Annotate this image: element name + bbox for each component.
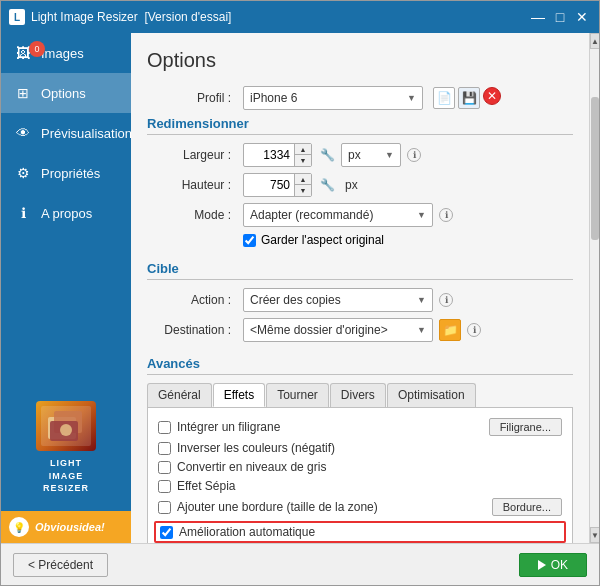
action-dropdown[interactable]: Créer des copies ▼ bbox=[243, 288, 433, 312]
scroll-down-button[interactable]: ▼ bbox=[590, 527, 599, 543]
tab-rotate[interactable]: Tourner bbox=[266, 383, 329, 407]
width-row: Largeur : ▲ ▼ 🔧 px ▼ bbox=[147, 143, 573, 167]
tab-general[interactable]: Général bbox=[147, 383, 212, 407]
title-bar: L Light Image Resizer [Version d'essai] … bbox=[1, 1, 599, 33]
sepia-label: Effet Sépia bbox=[177, 479, 562, 493]
mode-dropdown[interactable]: Adapter (recommandé) ▼ bbox=[243, 203, 433, 227]
profile-dropdown[interactable]: iPhone 6 ▼ bbox=[243, 86, 423, 110]
svg-rect-1 bbox=[54, 411, 82, 433]
logo-image bbox=[36, 401, 96, 451]
effect-watermark: Intégrer un filigrane Filigrane... bbox=[158, 418, 562, 436]
height-input[interactable] bbox=[244, 176, 294, 194]
minimize-button[interactable]: — bbox=[529, 8, 547, 26]
width-spin-down[interactable]: ▼ bbox=[295, 155, 311, 166]
dest-dropdown[interactable]: <Même dossier d'origine> ▼ bbox=[243, 318, 433, 342]
width-spinners: ▲ ▼ bbox=[294, 144, 311, 166]
sepia-checkbox[interactable] bbox=[158, 480, 171, 493]
border-checkbox[interactable] bbox=[158, 501, 171, 514]
action-value: Créer des copies bbox=[250, 293, 413, 307]
invert-checkbox[interactable] bbox=[158, 442, 171, 455]
height-spin-up[interactable]: ▲ bbox=[295, 174, 311, 185]
content-area: Options Profil : iPhone 6 ▼ 📄 💾 ✕ bbox=[131, 33, 599, 543]
advanced-section: Avancés Général Effets Tourner Divers Op… bbox=[147, 356, 573, 543]
bottom-bar: < Précédent OK bbox=[1, 543, 599, 585]
sidebar: 🖼 Images 0 ⊞ Options 👁 Prévisualisation … bbox=[1, 33, 131, 543]
scroll-track bbox=[590, 49, 599, 527]
resize-section-title: Redimensionner bbox=[147, 116, 573, 135]
scroll-up-button[interactable]: ▲ bbox=[590, 33, 599, 49]
scrollbar: ▲ ▼ bbox=[589, 33, 599, 543]
prev-button[interactable]: < Précédent bbox=[13, 553, 108, 577]
sidebar-item-about[interactable]: ℹ A propos bbox=[1, 193, 131, 233]
height-row: Hauteur : ▲ ▼ 🔧 px bbox=[147, 173, 573, 197]
effects-panel: Intégrer un filigrane Filigrane... Inver… bbox=[147, 407, 573, 543]
dropdown-arrow-icon: ▼ bbox=[417, 295, 426, 305]
properties-icon: ⚙ bbox=[13, 163, 33, 183]
width-unit-dropdown[interactable]: px ▼ bbox=[341, 143, 401, 167]
tab-effects[interactable]: Effets bbox=[213, 383, 265, 407]
border-button[interactable]: Bordure... bbox=[492, 498, 562, 516]
main-content: Options Profil : iPhone 6 ▼ 📄 💾 ✕ bbox=[131, 33, 589, 543]
dest-folder-button[interactable]: 📁 bbox=[439, 319, 461, 341]
auto-enhance-checkbox[interactable] bbox=[160, 526, 173, 539]
options-icon: ⊞ bbox=[13, 83, 33, 103]
mode-value: Adapter (recommandé) bbox=[250, 208, 413, 222]
profile-value: iPhone 6 bbox=[250, 91, 403, 105]
sidebar-item-options[interactable]: ⊞ Options bbox=[1, 73, 131, 113]
images-badge: 0 bbox=[29, 41, 45, 57]
height-spin-down[interactable]: ▼ bbox=[295, 185, 311, 196]
svg-rect-0 bbox=[48, 417, 76, 439]
effect-border: Ajouter une bordure (taille de la zone) … bbox=[158, 498, 562, 516]
title-bar-left: L Light Image Resizer [Version d'essai] bbox=[9, 9, 231, 25]
tab-misc[interactable]: Divers bbox=[330, 383, 386, 407]
width-label: Largeur : bbox=[147, 148, 237, 162]
width-input[interactable] bbox=[244, 146, 294, 164]
action-row: Action : Créer des copies ▼ ℹ bbox=[147, 288, 573, 312]
keep-aspect-checkbox[interactable] bbox=[243, 234, 256, 247]
effect-auto-enhance: Amélioration automatique bbox=[154, 521, 566, 543]
profile-row: Profil : iPhone 6 ▼ 📄 💾 ✕ bbox=[147, 86, 573, 110]
width-unit-value: px bbox=[348, 148, 381, 162]
watermark-checkbox[interactable] bbox=[158, 421, 171, 434]
close-button[interactable]: ✕ bbox=[573, 8, 591, 26]
dropdown-arrow-icon: ▼ bbox=[407, 93, 416, 103]
dropdown-arrow-icon: ▼ bbox=[385, 150, 394, 160]
mode-row: Mode : Adapter (recommandé) ▼ ℹ bbox=[147, 203, 573, 227]
scroll-thumb[interactable] bbox=[591, 97, 599, 240]
mode-info-icon[interactable]: ℹ bbox=[439, 208, 453, 222]
save-profile-button[interactable]: 💾 bbox=[458, 87, 480, 109]
dest-info-icon[interactable]: ℹ bbox=[467, 323, 481, 337]
action-label: Action : bbox=[147, 293, 237, 307]
grayscale-checkbox[interactable] bbox=[158, 461, 171, 474]
watermark-label: Intégrer un filigrane bbox=[177, 420, 483, 434]
app-window: L Light Image Resizer [Version d'essai] … bbox=[0, 0, 600, 586]
height-wrench-icon[interactable]: 🔧 bbox=[320, 178, 335, 192]
tab-optimize[interactable]: Optimisation bbox=[387, 383, 476, 407]
dest-row: Destination : <Même dossier d'origine> ▼… bbox=[147, 318, 573, 342]
width-input-wrap: ▲ ▼ bbox=[243, 143, 312, 167]
height-unit-label: px bbox=[345, 178, 358, 192]
mode-label: Mode : bbox=[147, 208, 237, 222]
new-profile-button[interactable]: 📄 bbox=[433, 87, 455, 109]
dest-label: Destination : bbox=[147, 323, 237, 337]
watermark-button[interactable]: Filigrane... bbox=[489, 418, 562, 436]
brand-bar: 💡 Obviousidea! bbox=[1, 511, 131, 543]
width-spin-up[interactable]: ▲ bbox=[295, 144, 311, 155]
delete-profile-button[interactable]: ✕ bbox=[483, 87, 501, 105]
advanced-tabs: Général Effets Tourner Divers Optimisati… bbox=[147, 383, 573, 407]
width-wrench-icon[interactable]: 🔧 bbox=[320, 148, 335, 162]
brand-icon: 💡 bbox=[9, 517, 29, 537]
sidebar-item-properties[interactable]: ⚙ Propriétés bbox=[1, 153, 131, 193]
effect-invert: Inverser les couleurs (négatif) bbox=[158, 441, 562, 455]
sidebar-item-images[interactable]: 🖼 Images 0 bbox=[1, 33, 131, 73]
ok-button[interactable]: OK bbox=[519, 553, 587, 577]
dropdown-arrow-icon: ▼ bbox=[417, 210, 426, 220]
keep-aspect-row: Garder l'aspect original bbox=[243, 233, 573, 247]
maximize-button[interactable]: □ bbox=[551, 8, 569, 26]
app-icon: L bbox=[9, 9, 25, 25]
action-info-icon[interactable]: ℹ bbox=[439, 293, 453, 307]
width-info-icon[interactable]: ℹ bbox=[407, 148, 421, 162]
sidebar-item-preview[interactable]: 👁 Prévisualisation bbox=[1, 113, 131, 153]
profile-label: Profil : bbox=[147, 91, 237, 105]
page-title: Options bbox=[147, 49, 573, 72]
